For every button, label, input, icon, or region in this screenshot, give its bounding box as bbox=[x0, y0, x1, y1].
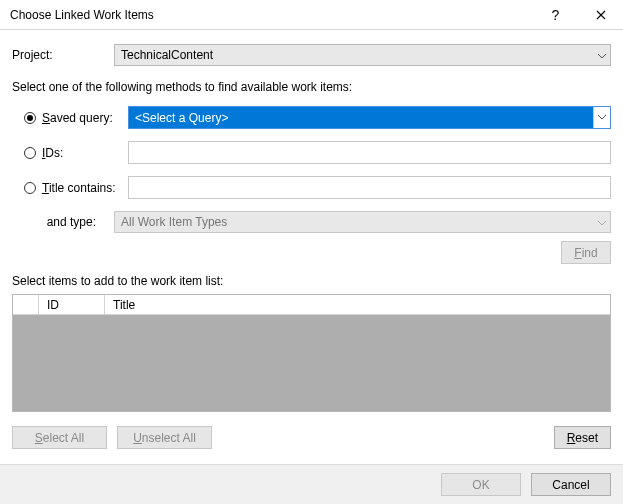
title-contains-label: Title contains: bbox=[42, 181, 128, 195]
chevron-down-icon bbox=[598, 115, 606, 120]
saved-query-dropdown-button[interactable] bbox=[593, 107, 610, 128]
find-row: Find bbox=[12, 241, 611, 264]
title-contains-input[interactable] bbox=[128, 176, 611, 199]
dialog-content: Project: TechnicalContent Select one of … bbox=[0, 30, 623, 449]
reset-button[interactable]: Reset bbox=[554, 426, 611, 449]
project-value: TechnicalContent bbox=[121, 48, 213, 62]
grid-col-id[interactable]: ID bbox=[39, 295, 105, 314]
ids-radio[interactable] bbox=[24, 147, 36, 159]
chevron-down-icon bbox=[598, 48, 606, 62]
ids-label: IDs: bbox=[42, 146, 128, 160]
grid-col-title[interactable]: Title bbox=[105, 295, 610, 314]
grid-body bbox=[13, 315, 610, 411]
results-grid: ID Title bbox=[12, 294, 611, 412]
cancel-button[interactable]: Cancel bbox=[531, 473, 611, 496]
dialog-window: Choose Linked Work Items ? Project: Tech… bbox=[0, 0, 623, 504]
project-row: Project: TechnicalContent bbox=[12, 44, 611, 66]
project-combo[interactable]: TechnicalContent bbox=[114, 44, 611, 66]
selection-buttons-row: Select All Unselect All Reset bbox=[12, 426, 611, 449]
saved-query-label: Saved query: bbox=[42, 111, 128, 125]
saved-query-value: <Select a Query> bbox=[129, 107, 593, 128]
instruction-text: Select one of the following methods to f… bbox=[12, 80, 611, 94]
help-button[interactable]: ? bbox=[533, 0, 578, 30]
close-button[interactable] bbox=[578, 0, 623, 30]
grid-header: ID Title bbox=[13, 295, 610, 315]
ok-button[interactable]: OK bbox=[441, 473, 521, 496]
grid-label: Select items to add to the work item lis… bbox=[12, 274, 611, 288]
unselect-all-button[interactable]: Unselect All bbox=[117, 426, 212, 449]
and-type-row: and type: All Work Item Types bbox=[12, 211, 611, 233]
and-type-label: and type: bbox=[12, 215, 114, 229]
title-contains-row: Title contains: bbox=[12, 176, 611, 199]
saved-query-combo[interactable]: <Select a Query> bbox=[128, 106, 611, 129]
close-icon bbox=[596, 10, 606, 20]
ids-row: IDs: bbox=[12, 141, 611, 164]
and-type-combo: All Work Item Types bbox=[114, 211, 611, 233]
grid-col-check[interactable] bbox=[13, 295, 39, 314]
chevron-down-icon bbox=[598, 215, 606, 229]
saved-query-radio[interactable] bbox=[24, 112, 36, 124]
dialog-footer: OK Cancel bbox=[0, 464, 623, 504]
ids-input[interactable] bbox=[128, 141, 611, 164]
titlebar: Choose Linked Work Items ? bbox=[0, 0, 623, 30]
title-contains-radio[interactable] bbox=[24, 182, 36, 194]
saved-query-row: Saved query: <Select a Query> bbox=[12, 106, 611, 129]
project-label: Project: bbox=[12, 48, 114, 62]
dialog-title: Choose Linked Work Items bbox=[10, 8, 533, 22]
and-type-value: All Work Item Types bbox=[121, 215, 227, 229]
select-all-button[interactable]: Select All bbox=[12, 426, 107, 449]
find-button[interactable]: Find bbox=[561, 241, 611, 264]
